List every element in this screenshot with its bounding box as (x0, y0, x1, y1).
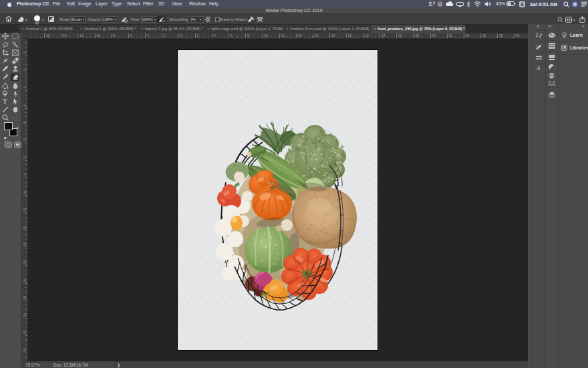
svg-text:A: A (521, 2, 524, 7)
svg-text:A: A (536, 65, 541, 71)
